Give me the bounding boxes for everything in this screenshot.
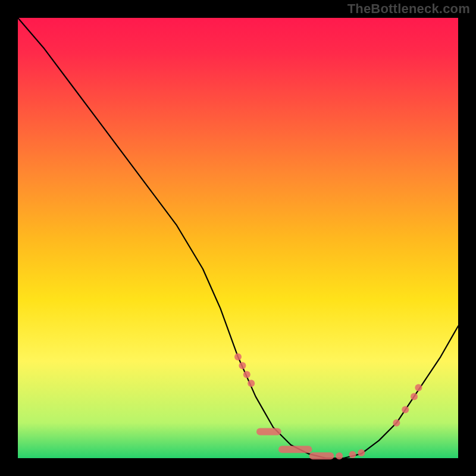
- bottleneck-curve: [18, 18, 458, 458]
- curve-marker: [239, 362, 246, 369]
- plot-area: [18, 18, 458, 458]
- curve-marker: [349, 451, 356, 458]
- curve-marker: [402, 406, 409, 414]
- curve-marker: [358, 449, 365, 456]
- curve-pill: [256, 428, 281, 436]
- curve-svg: [18, 18, 458, 458]
- curve-marker: [393, 419, 400, 427]
- curve-pill: [309, 452, 334, 459]
- curve-marker: [415, 384, 422, 392]
- curve-pill: [278, 446, 312, 453]
- curve-marker: [336, 452, 343, 459]
- attribution-label: TheBottleneck.com: [347, 1, 470, 17]
- curve-marker: [243, 371, 250, 378]
- curve-marker: [411, 393, 418, 400]
- chart-stage: TheBottleneck.com: [0, 0, 476, 476]
- curve-marker: [248, 380, 255, 387]
- bottom-cluster-dots: [336, 449, 365, 459]
- curve-marker: [234, 353, 242, 361]
- bottom-cluster-pills: [256, 428, 334, 460]
- markers-left-descent: [234, 353, 255, 387]
